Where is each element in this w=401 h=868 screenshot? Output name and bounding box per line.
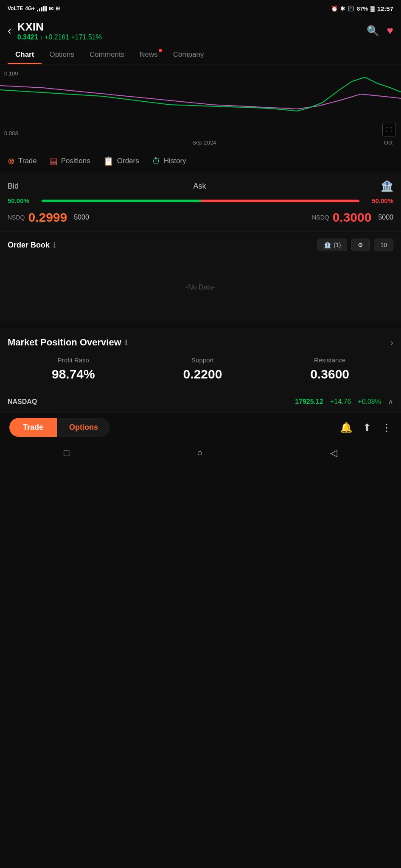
trade-tab-history[interactable]: ⏱ History [152, 156, 186, 166]
trade-tab-icon: ⊗ [8, 156, 15, 166]
nav-square-icon[interactable]: □ [64, 448, 69, 459]
percent-change: +171.51% [71, 33, 102, 41]
tab-chart[interactable]: Chart [8, 45, 42, 64]
share-icon[interactable]: ⬆ [363, 422, 371, 434]
nasdaq-values: 17925.12 +14.76 +0.08% ∧ [295, 397, 393, 406]
history-tab-icon: ⏱ [152, 156, 160, 166]
market-overview-title: Market Position Overview ℹ [8, 337, 127, 348]
bid-ask-section: Bid Ask 🏦 50.00% 50.00% NSDQ 0.2999 5000… [0, 173, 401, 232]
nav-back-icon[interactable]: ◁ [330, 448, 337, 459]
back-button[interactable]: ‹ [8, 24, 11, 37]
trade-tab-orders[interactable]: 📋 Orders [103, 156, 139, 166]
battery-percent: 87% [357, 6, 368, 12]
clock: 12:57 [377, 5, 393, 12]
ask-label: Ask [193, 182, 206, 191]
system-nav-bar: □ ○ ◁ [0, 442, 401, 464]
bottom-actions: 🔔 ⬆ ⋮ [340, 422, 392, 434]
favorite-icon[interactable]: ♥ [387, 24, 393, 37]
positions-tab-label: Positions [61, 157, 90, 165]
order-book-title-text: Order Book [8, 241, 50, 250]
bid-exchange: NSDQ [8, 214, 25, 221]
alert-icon[interactable]: 🔔 [340, 422, 353, 434]
orders-tab-icon: 📋 [103, 156, 114, 166]
signal-bar-2 [39, 8, 40, 11]
settings-filter-button[interactable]: ⚙ [351, 239, 370, 251]
bid-bar [42, 200, 201, 202]
tab-comments[interactable]: Comments [82, 45, 132, 64]
nasdaq-price: 17925.12 [295, 398, 323, 406]
tab-news[interactable]: News [132, 45, 165, 64]
nasdaq-label: NASDAQ [8, 398, 37, 406]
ask-price: 0.3000 [333, 210, 372, 225]
ask-percent: 50.00% [359, 197, 393, 204]
chart-x-oct: Oct [384, 139, 393, 146]
bank-icon: 🏦 [381, 180, 393, 192]
bank-filter-button[interactable]: 🏦 (1) [317, 239, 347, 251]
nav-home-icon[interactable]: ○ [197, 448, 202, 459]
bid-ask-bars: 50.00% 50.00% [8, 197, 393, 204]
signal-bars [37, 6, 47, 11]
trade-tab-positions[interactable]: ▤ Positions [50, 156, 90, 166]
chart-y-bottom: 0.003 [4, 130, 18, 136]
alarm-icon: ⏰ [331, 6, 338, 12]
tab-bar: Chart Options Comments News Company [0, 45, 401, 64]
ask-bar [201, 200, 360, 202]
nasdaq-change: +14.76 [330, 398, 351, 406]
bid-ask-prices: NSDQ 0.2999 5000 NSDQ 0.3000 5000 [8, 210, 393, 225]
market-overview-chevron[interactable]: › [390, 338, 393, 348]
ask-exchange: NSDQ [312, 214, 329, 221]
chart-y-top: 0.109 [4, 70, 18, 77]
history-tab-label: History [164, 157, 186, 165]
order-book-section: Order Book ℹ 🏦 (1) ⚙ 10 -No Data- [0, 232, 401, 323]
header-left: ‹ KXIN 0.3421 ↑ +0.2161 +171.51% [8, 20, 102, 41]
order-book-controls: 🏦 (1) ⚙ 10 [317, 239, 393, 251]
profit-ratio-label: Profit Ratio [52, 356, 95, 364]
trade-options-toggle[interactable]: Trade Options [9, 418, 110, 437]
bid-price: 0.2999 [28, 210, 67, 225]
bank-btn-label: (1) [334, 242, 341, 248]
market-overview-title-text: Market Position Overview [8, 337, 121, 348]
nasdaq-collapse-icon[interactable]: ∧ [388, 397, 393, 406]
signal-bar-5 [45, 6, 47, 11]
message-icon: ✉ [49, 6, 53, 12]
nasdaq-bar[interactable]: NASDAQ 17925.12 +14.76 +0.08% ∧ [0, 391, 401, 412]
market-overview-header[interactable]: Market Position Overview ℹ › [8, 337, 393, 348]
network-type: 4G+ [25, 6, 35, 11]
chart-expand-button[interactable]: ⛶ [382, 123, 396, 136]
ask-price-row: NSDQ 0.3000 5000 [312, 210, 393, 225]
tab-company[interactable]: Company [165, 45, 212, 64]
trade-button[interactable]: Trade [9, 418, 57, 437]
ticker-name: KXIN [17, 20, 102, 33]
trade-tab-trade[interactable]: ⊗ Trade [8, 156, 37, 166]
status-right: ⏰ ✱ 📳 87% ▓ 12:57 [331, 5, 393, 12]
support-stat: Support 0.2200 [183, 356, 222, 381]
resistance-label: Resistance [310, 356, 349, 364]
header-right: 🔍 ♥ [367, 24, 393, 37]
market-overview: Market Position Overview ℹ › Profit Rati… [0, 328, 401, 391]
support-value: 0.2200 [183, 367, 222, 381]
options-button[interactable]: Options [57, 418, 110, 437]
order-book-title: Order Book ℹ [8, 241, 56, 250]
chart-container[interactable]: 0.109 0.003 Sep 2024 Oct ⛶ [0, 64, 401, 149]
chart-x-sep: Sep 2024 [193, 139, 216, 146]
signal-bar-1 [37, 10, 38, 11]
no-data-message: -No Data- [8, 258, 393, 317]
signal-bar-4 [43, 6, 45, 11]
positions-tab-icon: ▤ [50, 156, 58, 166]
status-bar: VoLTE 4G+ ✉ ⊞ ⏰ ✱ 📳 87% ▓ 12:57 [0, 0, 401, 17]
more-icon[interactable]: ⋮ [381, 422, 392, 434]
order-book-info-icon[interactable]: ℹ [53, 241, 56, 249]
trade-tab-label: Trade [18, 157, 37, 165]
ticker-price-row: 0.3421 ↑ +0.2161 +171.51% [17, 33, 102, 41]
nasdaq-percent: +0.08% [358, 398, 381, 406]
header: ‹ KXIN 0.3421 ↑ +0.2161 +171.51% 🔍 ♥ [0, 17, 401, 45]
depth-button[interactable]: 10 [374, 239, 393, 251]
resistance-stat: Resistance 0.3600 [310, 356, 349, 381]
resistance-value: 0.3600 [310, 367, 349, 381]
tab-options[interactable]: Options [42, 45, 82, 64]
ask-qty: 5000 [378, 214, 393, 221]
search-icon[interactable]: 🔍 [367, 25, 379, 37]
signal-bar-3 [41, 7, 42, 11]
arrow-up-icon: ↑ [40, 34, 43, 41]
market-overview-info-icon[interactable]: ℹ [125, 339, 127, 347]
